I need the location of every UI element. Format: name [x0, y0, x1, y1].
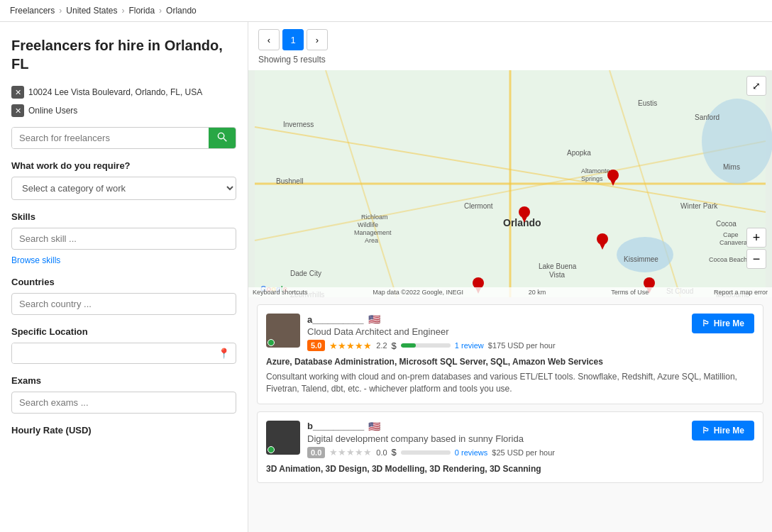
country-input[interactable]	[11, 293, 236, 315]
breadcrumb-sep-2: ›	[121, 6, 124, 16]
svg-text:Lake Buena: Lake Buena	[539, 262, 577, 270]
svg-text:Area: Area	[365, 237, 378, 244]
skill-input[interactable]	[11, 228, 236, 250]
svg-point-0	[218, 133, 224, 138]
svg-text:Dade City: Dade City	[290, 270, 321, 277]
svg-line-1	[224, 138, 226, 141]
completion-bar	[401, 450, 451, 455]
hire-icon: 🏳	[702, 426, 710, 436]
flag-icon: 🇺🇸	[368, 421, 380, 432]
svg-text:Sanford: Sanford	[695, 113, 719, 121]
svg-text:Springs: Springs	[581, 175, 603, 182]
search-button[interactable]	[209, 128, 236, 148]
rate-text: $25 USD per hour	[492, 448, 555, 457]
hire-button[interactable]: 🏳 Hire Me	[692, 421, 754, 440]
card-name-row: a__________ 🇺🇸	[307, 314, 685, 325]
hire-icon: 🏳	[702, 318, 710, 328]
breadcrumb-united-states[interactable]: United States	[66, 6, 117, 16]
map-expand-button[interactable]: ⤢	[746, 76, 766, 96]
avatar[interactable]	[266, 314, 300, 348]
page-1-button[interactable]: 1	[282, 29, 304, 50]
online-tag: ✕ Online Users	[11, 104, 236, 117]
category-select[interactable]: Select a category of work	[11, 177, 236, 200]
rating-badge: 5.0	[307, 340, 325, 351]
dollar-icon: $	[392, 340, 397, 351]
svg-point-10	[702, 99, 772, 184]
breadcrumb-sep-3: ›	[159, 6, 162, 16]
zoom-in-button[interactable]: +	[746, 228, 766, 248]
svg-text:Eustis: Eustis	[638, 99, 657, 107]
svg-text:Altamonte: Altamonte	[581, 167, 610, 174]
breadcrumb-orlando[interactable]: Orlando	[166, 6, 197, 16]
card-rating-row: 5.0 ★★★★★ 2.2 $ 1 review $175 USD per ho…	[307, 340, 685, 351]
card-info: b__________ 🇺🇸 Digital development compa…	[307, 421, 685, 458]
svg-text:Mims: Mims	[723, 163, 740, 171]
svg-text:Wildlife: Wildlife	[358, 221, 378, 228]
pagination: ‹ 1 ›	[248, 22, 772, 53]
specific-location-input[interactable]: 10024 Lee Vista Boulevard, Orlando, FL, …	[12, 343, 212, 363]
page-title: Freelancers for hire in Orlando, FL	[11, 36, 236, 73]
sidebar: Freelancers for hire in Orlando, FL ✕ 10…	[0, 22, 248, 532]
avatar[interactable]	[266, 421, 300, 455]
skills-section-label: Skills	[11, 211, 236, 222]
freelancer-card: b__________ 🇺🇸 Digital development compa…	[257, 411, 763, 483]
cards-area: a__________ 🇺🇸 Cloud Data Architect and …	[248, 297, 772, 497]
freelancer-name[interactable]: a__________	[307, 314, 364, 325]
remove-location-button[interactable]: ✕	[11, 86, 24, 99]
card-rating-row: 0.0 ★★★★★ 0.0 $ 0 reviews $25 USD per ho…	[307, 447, 685, 458]
rating-badge: 0.0	[307, 447, 325, 458]
zoom-out-button[interactable]: −	[746, 249, 766, 269]
online-tag-text: Online Users	[28, 106, 77, 116]
map-footer: Keyboard shortcuts Map data ©2022 Google…	[248, 287, 772, 297]
specific-location-label: Specific Location	[11, 326, 236, 337]
hourly-rate-label: Hourly Rate (USD)	[11, 425, 236, 436]
browse-skills-link[interactable]: Browse skills	[11, 255, 60, 265]
breadcrumb: Freelancers › United States › Florida › …	[0, 0, 772, 22]
freelancer-title: Digital development company based in sun…	[307, 433, 685, 444]
breadcrumb-sep-1: ›	[59, 6, 62, 16]
card-top: a__________ 🇺🇸 Cloud Data Architect and …	[266, 314, 754, 351]
showing-results: Showing 5 results	[248, 53, 772, 70]
completion-bar	[401, 343, 451, 348]
svg-text:Apopka: Apopka	[567, 149, 591, 157]
map-report-error[interactable]: Report a map error	[714, 289, 768, 296]
map-terms[interactable]: Terms of Use	[611, 289, 649, 296]
prev-page-button[interactable]: ‹	[258, 29, 280, 50]
exam-input[interactable]	[11, 392, 236, 414]
svg-text:Clermont: Clermont	[464, 202, 493, 210]
breadcrumb-florida[interactable]: Florida	[128, 6, 155, 16]
review-link[interactable]: 1 review	[455, 341, 484, 350]
specific-location-wrap: 10024 Lee Vista Boulevard, Orlando, FL, …	[11, 343, 236, 364]
breadcrumb-freelancers[interactable]: Freelancers	[10, 6, 55, 16]
completion-num: 2.2	[376, 341, 387, 350]
right-panel: ‹ 1 › Showing 5 results	[248, 22, 772, 532]
freelancer-name[interactable]: b__________	[307, 421, 364, 431]
card-skills: Azure, Database Administration, Microsof…	[266, 357, 754, 367]
svg-text:Cape: Cape	[723, 231, 739, 238]
remove-online-button[interactable]: ✕	[11, 104, 24, 117]
map-data-credit: Map data ©2022 Google, INEGI	[373, 289, 463, 296]
rate-text: $175 USD per hour	[488, 341, 556, 350]
pin-icon[interactable]: 📍	[212, 348, 236, 359]
svg-text:Canaveral: Canaveral	[719, 239, 749, 246]
bar-fill	[401, 343, 416, 348]
card-name-row: b__________ 🇺🇸	[307, 421, 685, 432]
location-tag: ✕ 10024 Lee Vista Boulevard, Orlando, FL…	[11, 86, 236, 99]
work-section-label: What work do you require?	[11, 160, 236, 171]
online-indicator	[268, 446, 275, 453]
map-keyboard-shortcuts[interactable]: Keyboard shortcuts	[253, 289, 308, 296]
card-info: a__________ 🇺🇸 Cloud Data Architect and …	[307, 314, 685, 351]
svg-text:Inverness: Inverness	[283, 121, 314, 128]
freelancer-search-bar	[11, 127, 236, 149]
review-link[interactable]: 0 reviews	[455, 448, 487, 457]
dollar-icon: $	[392, 447, 397, 458]
next-page-button[interactable]: ›	[307, 29, 328, 50]
svg-text:Cocoa Beach: Cocoa Beach	[709, 256, 747, 263]
card-description: Consultant working with cloud and on-pre…	[266, 371, 754, 395]
search-input[interactable]	[12, 128, 209, 148]
card-skills: 3D Animation, 3D Design, 3D Modelling, 3…	[266, 464, 754, 474]
flag-icon: 🇺🇸	[368, 314, 380, 325]
hire-button[interactable]: 🏳 Hire Me	[692, 314, 754, 333]
exams-section-label: Exams	[11, 375, 236, 386]
map-container: Inverness Eustis Sanford Bushnell Apopka…	[248, 70, 772, 297]
